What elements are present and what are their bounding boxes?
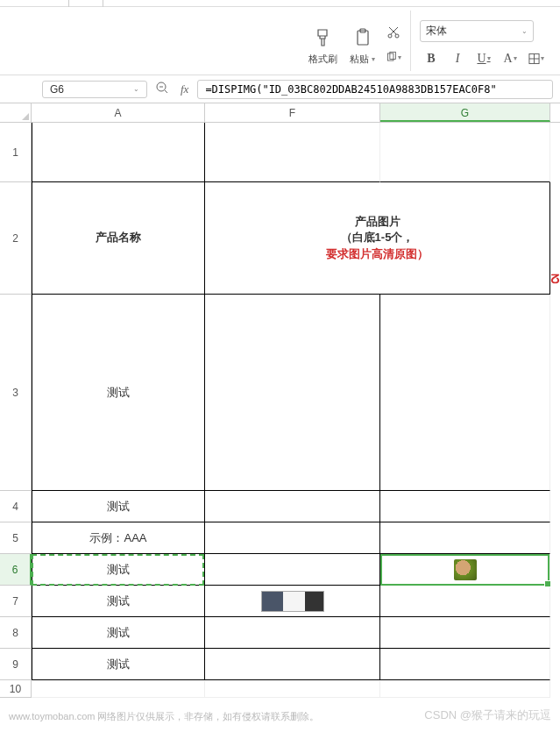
clipboard-icon xyxy=(354,25,372,51)
svg-point-2 xyxy=(388,34,392,38)
row-header-3[interactable]: 3 xyxy=(0,295,31,491)
watermark-footer: www.toymoban.com 网络图片仅供展示，非存储，如有侵权请联系删除。 xyxy=(9,710,319,723)
image-thumbnail xyxy=(454,559,477,580)
cell[interactable] xyxy=(380,586,550,617)
select-all-corner[interactable] xyxy=(0,103,32,122)
image-thumbnail xyxy=(261,591,324,612)
spreadsheet-grid: A F G 1 2 3 4 5 6 7 8 9 10 xyxy=(0,103,560,698)
column-headers: A F G xyxy=(0,103,560,123)
cell[interactable] xyxy=(205,554,380,586)
header-product-name[interactable]: 产品名称 xyxy=(32,182,205,295)
format-painter-button[interactable]: 格式刷 xyxy=(303,18,343,71)
svg-point-3 xyxy=(395,34,399,38)
row-header-8[interactable]: 8 xyxy=(0,617,31,649)
header-product-image[interactable]: 产品图片 （白底1-5个， 要求图片高清原图） xyxy=(205,182,550,295)
cell[interactable] xyxy=(380,522,550,554)
copy-icon xyxy=(386,50,397,64)
row-header-1[interactable]: 1 xyxy=(0,123,31,182)
row-headers: 1 2 3 4 5 6 7 8 9 10 xyxy=(0,123,32,698)
cell[interactable] xyxy=(32,680,205,698)
cell[interactable] xyxy=(380,491,550,522)
font-color-button[interactable]: A▾ xyxy=(499,47,521,70)
col-header-f[interactable]: F xyxy=(205,103,380,122)
scissors-icon xyxy=(386,25,401,39)
cell[interactable] xyxy=(32,123,205,182)
bold-button[interactable]: B xyxy=(420,47,443,70)
cell[interactable] xyxy=(205,680,380,698)
row-header-9[interactable]: 9 xyxy=(0,649,31,680)
cell[interactable] xyxy=(380,649,550,680)
row-header-4[interactable]: 4 xyxy=(0,491,31,522)
cell[interactable] xyxy=(205,295,380,491)
ribbon-toolbar: 格式刷 粘贴▾ ▾ 宋体 ⌄ xyxy=(0,7,560,75)
font-name-select[interactable]: 宋体 ⌄ xyxy=(420,20,534,42)
cell[interactable] xyxy=(380,295,550,491)
zoom-out-icon[interactable] xyxy=(152,80,172,98)
row-header-7[interactable]: 7 xyxy=(0,586,31,617)
italic-button[interactable]: I xyxy=(446,47,469,70)
cell[interactable]: 测试 xyxy=(32,295,205,491)
paste-button[interactable]: 粘贴▾ xyxy=(344,18,380,71)
truncated-text: ⵒ xyxy=(550,272,560,286)
borders-button[interactable]: ▾ xyxy=(525,47,548,70)
fx-label[interactable]: fx xyxy=(177,82,192,96)
cell[interactable]: 测试 xyxy=(32,554,205,586)
underline-button[interactable]: U▾ xyxy=(472,47,495,70)
watermark-csdn: CSDN @猴子请来的玩逗 xyxy=(424,707,551,723)
col-header-a[interactable]: A xyxy=(32,103,205,122)
formula-bar: G6 ⌄ fx xyxy=(0,75,560,103)
svg-line-11 xyxy=(165,90,167,93)
cut-button[interactable] xyxy=(382,21,405,44)
cell[interactable] xyxy=(205,586,380,617)
formula-input[interactable] xyxy=(197,80,553,99)
cell[interactable] xyxy=(205,123,380,182)
copy-button[interactable]: ▾ xyxy=(382,46,405,68)
cell[interactable]: 测试 xyxy=(32,649,205,680)
brush-icon xyxy=(315,25,332,51)
cell[interactable]: 测试 xyxy=(32,491,205,522)
cell[interactable]: 示例：AAA xyxy=(32,522,205,554)
row-header-5[interactable]: 5 xyxy=(0,522,31,554)
row-header-10[interactable]: 10 xyxy=(0,680,31,698)
row-header-2[interactable]: 2 xyxy=(0,182,31,295)
cell[interactable] xyxy=(205,649,380,680)
cell[interactable]: 测试 xyxy=(32,586,205,617)
cell[interactable] xyxy=(205,491,380,522)
name-box[interactable]: G6 ⌄ xyxy=(42,81,147,98)
borders-icon xyxy=(528,53,540,65)
col-header-g[interactable]: G xyxy=(380,103,550,122)
cell[interactable] xyxy=(380,123,550,182)
cell[interactable]: 测试 xyxy=(32,617,205,649)
cell[interactable] xyxy=(205,522,380,554)
cell[interactable] xyxy=(380,680,550,698)
cell-g6[interactable] xyxy=(380,554,550,586)
cell[interactable] xyxy=(205,617,380,649)
cell[interactable] xyxy=(380,617,550,649)
row-header-6[interactable]: 6 xyxy=(0,554,32,586)
